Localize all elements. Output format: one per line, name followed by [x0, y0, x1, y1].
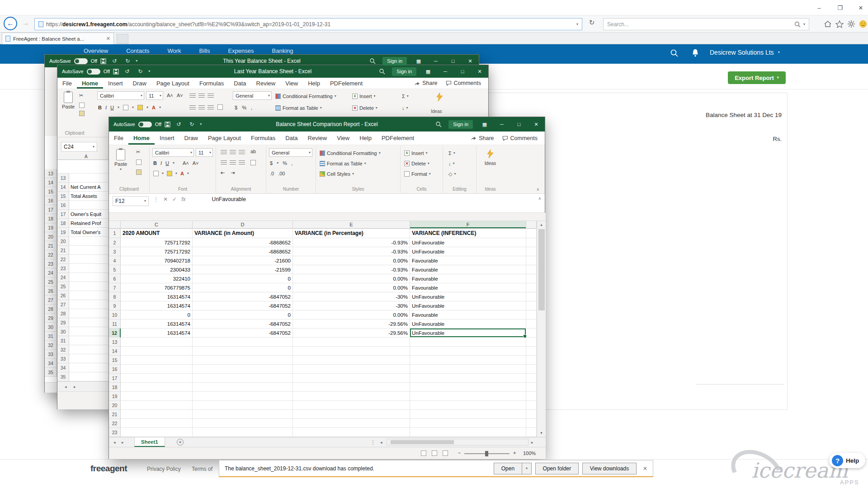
cell[interactable] [193, 356, 293, 365]
align-bottom-icon[interactable] [239, 150, 245, 155]
row-header-16[interactable]: 16 [109, 365, 121, 374]
row-header-30[interactable]: 30 [45, 323, 57, 332]
cell[interactable]: 725717292 [121, 238, 193, 247]
cell[interactable]: -21599 [193, 265, 293, 274]
row-header-18[interactable]: 18 [109, 383, 121, 392]
row-header-15[interactable]: 15 [45, 187, 57, 196]
cell[interactable] [410, 401, 526, 410]
nav-item-bills[interactable]: Bills [199, 47, 210, 54]
cell[interactable]: UnFavourable [410, 247, 526, 256]
cell[interactable] [293, 365, 410, 374]
cancel-entry-icon[interactable]: ✕ [163, 196, 168, 202]
nav-item-work[interactable]: Work [168, 47, 181, 54]
cell-a16[interactable] [69, 201, 109, 210]
ideas-lightning-icon[interactable] [436, 93, 443, 101]
font-style-buttons[interactable]: B I U ▾ ▾ ▾ A▾ [98, 103, 161, 112]
cell[interactable] [193, 428, 293, 437]
paste-button[interactable]: Paste ▾ [114, 149, 127, 171]
cell[interactable] [121, 356, 193, 365]
grow-font-icon[interactable]: A˄ [183, 160, 189, 166]
insert-cells-button[interactable]: +Insert▾ [404, 149, 428, 157]
cell[interactable] [526, 338, 537, 347]
menu-tab-draw[interactable]: Draw [179, 131, 203, 145]
row-header-20[interactable]: 20 [109, 401, 121, 410]
refresh-icon[interactable]: ↻ [586, 19, 598, 29]
cell[interactable] [526, 256, 537, 265]
row-header-24[interactable]: 24 [57, 273, 69, 282]
cell[interactable]: 0 [193, 283, 293, 292]
window-maximize-button[interactable]: ❐ [830, 0, 850, 15]
cell-a33[interactable] [69, 354, 109, 363]
cell[interactable]: 0 [193, 310, 293, 319]
row-header-11[interactable]: 11 [109, 319, 121, 328]
cell[interactable]: UnFavourable [410, 292, 526, 301]
cell[interactable]: -6847052 [193, 319, 293, 328]
scroll-right-icon[interactable]: ▸ [74, 385, 76, 389]
font-name-select[interactable]: Calibri▾ [97, 91, 144, 100]
menu-tab-draw[interactable]: Draw [128, 78, 151, 89]
cell[interactable]: -29.56% [293, 319, 410, 328]
row-header-6[interactable]: 6 [109, 274, 121, 283]
cell[interactable]: 2300433 [121, 265, 193, 274]
font-color-icon[interactable]: A [180, 171, 184, 176]
insert-cells-button[interactable]: +Insert▾ [352, 92, 376, 100]
excel-titlebar[interactable]: AutoSave Off ↺ ↻ ▾ Balance Sheet Compari… [109, 117, 545, 131]
row-header-13[interactable]: 13 [109, 338, 121, 347]
cell[interactable] [526, 374, 537, 383]
cell[interactable]: Favourable [410, 274, 526, 283]
cell-a25[interactable] [69, 282, 109, 291]
format-as-table-button[interactable]: Format as Table▾ [320, 160, 366, 168]
row-header-25[interactable]: 25 [45, 277, 57, 286]
cell[interactable] [293, 374, 410, 383]
row-header-24[interactable]: 24 [45, 268, 57, 277]
zoom-level[interactable]: 100% [523, 450, 536, 456]
borders-icon[interactable] [123, 105, 128, 110]
excel-window-comparison-report[interactable]: AutoSave Off ↺ ↻ ▾ Balance Sheet Compari… [108, 117, 545, 459]
align-right-icon[interactable] [239, 160, 245, 165]
shrink-font-icon[interactable]: A˅ [177, 93, 183, 98]
row-header-14[interactable]: 14 [57, 183, 69, 192]
save-icon[interactable] [100, 58, 106, 64]
share-button[interactable]: Share [410, 79, 441, 88]
row-header-13[interactable]: 13 [57, 174, 69, 183]
page-break-view-icon[interactable] [443, 450, 448, 456]
row-header-31[interactable]: 31 [57, 336, 69, 345]
minimize-icon[interactable]: ─ [493, 117, 510, 131]
cell[interactable] [410, 428, 526, 437]
open-dropdown-button[interactable]: ▾ [522, 463, 532, 474]
row-header-4[interactable]: 4 [109, 256, 121, 265]
cell[interactable] [121, 383, 193, 392]
delete-cells-button[interactable]: ✕Delete▾ [352, 104, 377, 112]
fill-button[interactable]: ↓▾ [402, 104, 408, 112]
cell[interactable]: VARIANCE (in Amount) [193, 229, 293, 238]
browser-tab-freeagent[interactable]: FreeAgent : Balance Sheet a... ✕ [2, 33, 114, 44]
maximize-icon[interactable]: □ [454, 65, 471, 78]
menu-tab-data[interactable]: Data [280, 131, 302, 145]
cell[interactable]: -30% [293, 292, 410, 301]
chevron-down-icon[interactable]: ▾ [803, 23, 805, 26]
row-header-30[interactable]: 30 [57, 327, 69, 336]
maximize-icon[interactable]: □ [510, 117, 528, 131]
row-header-29[interactable]: 29 [57, 318, 69, 327]
cell[interactable] [193, 401, 293, 410]
merge-center-icon[interactable] [250, 160, 256, 165]
browser-back-button[interactable]: ← [4, 17, 17, 30]
share-button[interactable]: Share [467, 134, 497, 143]
merge-center-icon[interactable] [217, 104, 223, 110]
menu-tab-pdfelement[interactable]: PDFelement [377, 131, 419, 145]
cell[interactable] [526, 410, 537, 419]
align-middle-icon[interactable] [198, 94, 205, 98]
column-header-a[interactable]: A [85, 154, 88, 159]
cell[interactable] [293, 383, 410, 392]
bell-icon[interactable] [691, 48, 700, 58]
menu-tab-insert[interactable]: Insert [155, 131, 179, 145]
home-icon[interactable] [823, 19, 833, 29]
cell[interactable]: -0.93% [293, 238, 410, 247]
cell[interactable] [193, 365, 293, 374]
cell[interactable]: -0.93% [293, 247, 410, 256]
row-header-9[interactable]: 9 [109, 301, 121, 310]
cell[interactable] [293, 392, 410, 401]
cell[interactable] [410, 410, 526, 419]
cell[interactable]: -6868652 [193, 247, 293, 256]
copy-icon[interactable] [136, 160, 142, 165]
